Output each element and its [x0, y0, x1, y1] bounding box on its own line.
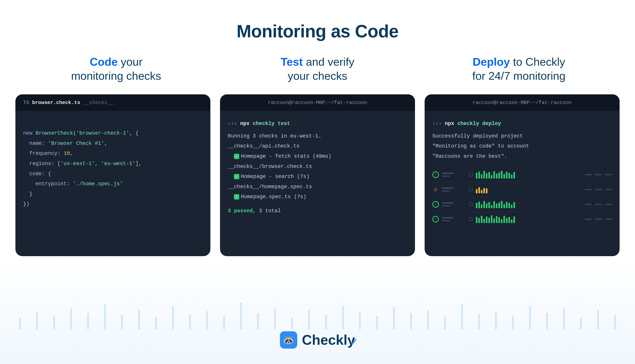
code-card-body: new BrowserCheck('browser-check-1', { na… — [16, 111, 210, 217]
status-warn-icon: ⚠ — [432, 186, 439, 193]
sparkline — [476, 215, 518, 223]
check-mark-icon: ✓ — [350, 336, 358, 348]
status-ok-icon — [432, 201, 439, 208]
dashboard-row: ⚠ — [432, 182, 612, 197]
subtitle-code: Code your monitoring checks — [16, 55, 217, 83]
sparkline — [476, 171, 518, 178]
checkbox-icon — [469, 173, 473, 176]
dashboard-row — [432, 167, 612, 182]
deploy-card: raccoon@raccoon-MBP:~/fat-raccoon ››› np… — [424, 94, 620, 256]
check-icon: ✓ — [234, 174, 239, 179]
check-icon: ✓ — [234, 194, 239, 200]
subtitle-deploy: Deploy to Checkly for 24/7 monitoring — [418, 55, 620, 83]
deploy-card-header: raccoon@raccoon-MBP:~/fat-raccoon — [424, 94, 620, 111]
code-card: TS browser.check.ts __checks__ new Brows… — [16, 94, 210, 256]
status-ok-icon — [432, 216, 439, 222]
dashboard: ⚠ — [432, 167, 612, 227]
test-card: raccoon@raccoon-MBP:~/fat-raccoon ››› np… — [220, 94, 415, 256]
brand-name: Checkly ✓ — [302, 332, 355, 348]
page-title: Monitoring as Code — [0, 0, 635, 42]
background-bars — [0, 291, 635, 329]
sparkline — [476, 186, 518, 193]
check-icon: ✓ — [234, 154, 239, 159]
brand-footer: 🦝 Checkly ✓ — [0, 331, 635, 348]
checkbox-icon — [469, 202, 473, 206]
checkbox-icon — [469, 188, 473, 191]
dashboard-row — [432, 212, 612, 227]
test-card-body: ››› npx checkly test Running 3 checks in… — [220, 111, 415, 224]
subtitle-test: Test and verify your checks — [217, 55, 418, 83]
dashboard-row — [432, 197, 612, 212]
code-card-header: TS browser.check.ts __checks__ — [16, 94, 210, 111]
raccoon-logo-icon: 🦝 — [280, 331, 297, 348]
cards-row: TS browser.check.ts __checks__ new Brows… — [0, 83, 635, 256]
deploy-card-body: ››› npx checkly deploy Successfully depl… — [424, 111, 620, 234]
status-ok-icon — [432, 172, 439, 178]
test-card-header: raccoon@raccoon-MBP:~/fat-raccoon — [220, 94, 415, 111]
sparkline — [476, 200, 518, 208]
checkbox-icon — [469, 218, 473, 221]
subtitles-row: Code your monitoring checks Test and ver… — [0, 42, 635, 83]
